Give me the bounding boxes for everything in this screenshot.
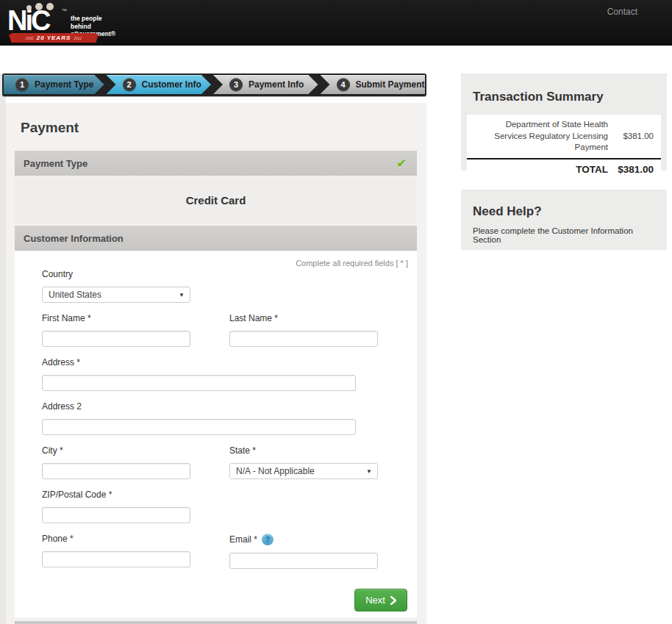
customer-info-section-header[interactable]: Customer Information	[15, 226, 417, 251]
progress-steps: 1 Payment Type 2 Customer Info 3 Payment…	[2, 73, 426, 96]
phone-field: Phone *	[42, 534, 190, 569]
state-select[interactable]: N/A - Not Applicable ▼	[229, 463, 378, 479]
email-label-text: Email *	[229, 534, 257, 545]
step-submit-payment[interactable]: 4 Submit Payment	[321, 75, 426, 94]
step-number-badge: 1	[15, 78, 29, 91]
step-number-badge: 4	[337, 78, 350, 91]
total-label: TOTAL	[576, 164, 608, 175]
transaction-line-item: Department of State Health Services Regu…	[467, 115, 661, 158]
total-amount: $381.00	[608, 164, 654, 175]
transaction-summary-table: Department of State Health Services Regu…	[467, 115, 661, 180]
trademark-symbol: ™	[62, 8, 67, 13]
email-label: Email * ?	[229, 534, 378, 545]
step-label: Customer Info	[142, 79, 201, 90]
top-header-bar: NiC ™ the people behind eGovernment® 199…	[0, 0, 672, 46]
logo-dot-icon	[26, 5, 32, 10]
step-customer-info[interactable]: 2 Customer Info	[107, 75, 212, 94]
section-header-label: Customer Information	[24, 233, 124, 244]
line-item-name: Department of State Health Services Regu…	[473, 119, 608, 154]
first-name-input[interactable]	[42, 331, 190, 347]
step-label: Payment Type	[35, 79, 93, 90]
last-name-label: Last Name *	[229, 313, 378, 323]
need-help-text: Please complete the Customer Information…	[473, 226, 655, 244]
first-name-label: First Name *	[42, 313, 190, 323]
ribbon-year-right: 2012	[74, 36, 82, 40]
required-fields-note: Complete all required fields [ * ]	[15, 251, 417, 268]
logo-dot-icon	[35, 3, 43, 10]
zip-input[interactable]	[42, 507, 190, 523]
step-payment-type[interactable]: 1 Payment Type	[4, 75, 104, 94]
nic-logo-letters: NiC	[7, 7, 49, 35]
state-label: State *	[229, 445, 378, 456]
city-input[interactable]	[42, 463, 190, 479]
logo-dot-icon	[46, 3, 54, 10]
ribbon-text: 20 YEARS	[37, 35, 71, 41]
payment-type-section-header[interactable]: Payment Type ✔	[15, 151, 417, 176]
transaction-total-row: TOTAL $381.00	[467, 159, 661, 180]
city-field: City *	[42, 445, 190, 479]
country-field: Country United States ▼	[42, 269, 190, 303]
state-field: State * N/A - Not Applicable ▼	[229, 445, 378, 479]
zip-field: ZIP/Postal Code *	[42, 489, 190, 523]
chevron-down-icon: ▼	[366, 468, 372, 475]
payment-type-value: Credit Card	[186, 194, 246, 207]
section-header-label: Payment Type	[24, 158, 87, 169]
last-name-input[interactable]	[229, 331, 378, 347]
payment-type-body: Credit Card	[15, 176, 417, 223]
step-payment-info[interactable]: 3 Payment Info	[213, 75, 318, 94]
line-item-amount: $381.00	[614, 132, 654, 140]
chevron-down-icon: ▼	[179, 292, 185, 298]
phone-input[interactable]	[42, 551, 190, 567]
last-name-field: Last Name *	[229, 313, 378, 347]
email-field: Email * ?	[229, 534, 378, 569]
anniversary-ribbon: 1992 20 YEARS 2012	[9, 33, 99, 43]
address2-input[interactable]	[42, 419, 356, 435]
transaction-summary-panel: Transaction Summary Department of State …	[461, 73, 667, 171]
step-label: Payment Info	[249, 79, 304, 90]
city-label: City *	[42, 445, 190, 456]
chevron-right-icon	[390, 596, 396, 605]
ribbon-year-left: 1992	[26, 36, 34, 40]
country-label: Country	[42, 269, 190, 279]
address-input[interactable]	[42, 375, 356, 391]
next-button-label: Next	[365, 595, 385, 606]
tagline-line: behind	[71, 23, 115, 31]
country-select[interactable]: United States ▼	[42, 287, 190, 303]
first-name-field: First Name *	[42, 313, 190, 347]
step-number-badge: 2	[123, 78, 136, 91]
page-title: Payment	[15, 103, 417, 151]
email-help-icon[interactable]: ?	[262, 534, 274, 545]
address2-label: Address 2	[42, 401, 356, 412]
step-label: Submit Payment	[356, 79, 425, 90]
email-input[interactable]	[229, 553, 378, 569]
tagline-line: the people	[71, 15, 115, 23]
need-help-title: Need Help?	[473, 204, 655, 219]
next-button[interactable]: Next	[354, 589, 407, 612]
need-help-panel: Need Help? Please complete the Customer …	[461, 190, 667, 250]
address2-field: Address 2	[42, 401, 356, 435]
transaction-summary-title: Transaction Summary	[473, 90, 661, 104]
checkmark-icon: ✔	[397, 157, 407, 171]
customer-info-body: Complete all required fields [ * ] Count…	[15, 251, 417, 617]
address-label: Address *	[42, 357, 356, 367]
state-selected-value: N/A - Not Applicable	[236, 466, 315, 476]
next-section-header-peek	[15, 621, 417, 624]
payment-panel: Payment Payment Type ✔ Credit Card Custo…	[6, 103, 426, 624]
nic-logo: NiC ™ the people behind eGovernment® 199…	[7, 2, 118, 43]
contact-link[interactable]: Contact	[607, 7, 637, 17]
step-number-badge: 3	[229, 78, 243, 91]
page-left-margin	[0, 73, 6, 624]
country-selected-value: United States	[49, 290, 101, 300]
zip-label: ZIP/Postal Code *	[42, 489, 190, 500]
phone-label: Phone *	[42, 534, 190, 544]
address-field: Address *	[42, 357, 356, 391]
